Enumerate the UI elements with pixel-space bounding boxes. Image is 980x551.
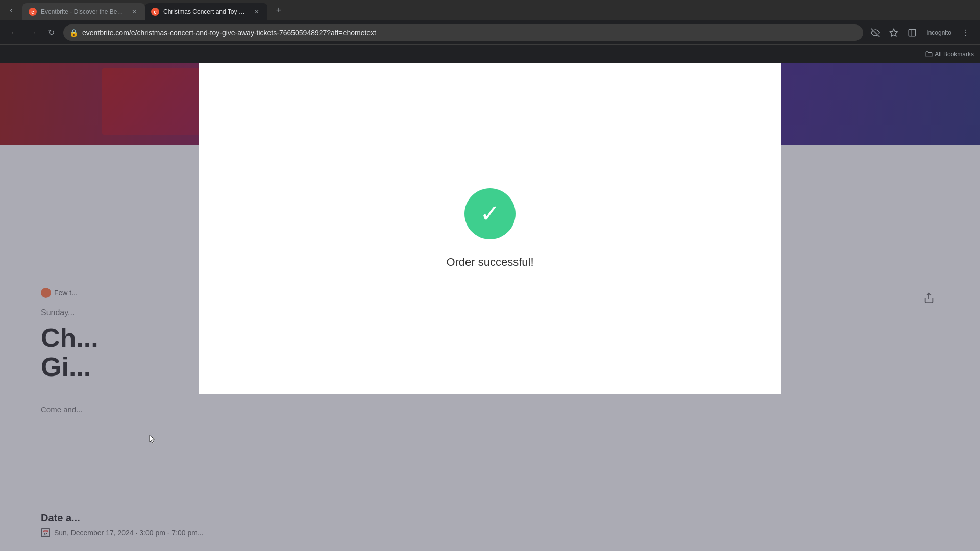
tab-bar: ‹ e Eventbrite - Discover the Best L... … <box>0 0 980 20</box>
forward-button[interactable]: → <box>24 24 41 41</box>
address-bar[interactable]: 🔒 eventbrite.com/e/christmas-concert-and… <box>63 24 863 41</box>
success-text: Order successful! <box>446 256 533 269</box>
tab-label-concert: Christmas Concert and Toy Give... <box>163 8 248 15</box>
tab-group: e Eventbrite - Discover the Best L... ✕ … <box>22 0 267 20</box>
success-circle: ✓ <box>464 188 516 239</box>
star-icon[interactable] <box>886 24 902 41</box>
tab-bar-left: ‹ <box>4 3 18 17</box>
tab-concert[interactable]: e Christmas Concert and Toy Give... ✕ <box>145 3 267 20</box>
tab-close-eventbrite[interactable]: ✕ <box>130 7 139 16</box>
toolbar-right: Incognito <box>867 24 974 41</box>
back-icon: ← <box>10 28 18 37</box>
bookmarks-folder[interactable]: All Bookmarks <box>925 51 974 58</box>
refresh-button[interactable]: ↻ <box>43 24 59 41</box>
tab-eventbrite[interactable]: e Eventbrite - Discover the Best L... ✕ <box>22 3 145 20</box>
refresh-icon: ↻ <box>48 28 55 37</box>
svg-marker-1 <box>890 29 898 36</box>
eventbrite-favicon-2: e <box>151 8 159 16</box>
eye-slash-icon[interactable] <box>867 24 884 41</box>
toolbar: ← → ↻ 🔒 eventbrite.com/e/christmas-conce… <box>0 20 980 45</box>
page-content: Few t... Sunday... Ch... Gi... Come and.… <box>0 63 980 551</box>
browser-frame: ‹ e Eventbrite - Discover the Best L... … <box>0 0 980 551</box>
bookmarks-bar: All Bookmarks <box>0 45 980 63</box>
tab-close-concert[interactable]: ✕ <box>252 7 261 16</box>
eventbrite-favicon-1: e <box>29 8 37 16</box>
bookmarks-label-text: All Bookmarks <box>935 51 974 58</box>
tab-nav-arrow[interactable]: ‹ <box>4 3 18 17</box>
toolbar-nav: ← → ↻ <box>6 24 59 41</box>
tab-label-eventbrite: Eventbrite - Discover the Best L... <box>41 8 126 15</box>
url-text: eventbrite.com/e/christmas-concert-and-t… <box>82 29 857 37</box>
svg-rect-2 <box>909 29 916 36</box>
modal-overlay: ✓ Order successful! <box>0 63 980 551</box>
incognito-label: Incognito <box>922 24 955 41</box>
checkmark-icon: ✓ <box>480 202 500 226</box>
more-options-icon[interactable] <box>958 24 974 41</box>
success-modal: ✓ Order successful! <box>199 63 781 394</box>
forward-icon: → <box>29 28 37 37</box>
svg-point-5 <box>965 32 966 33</box>
profile-icon[interactable] <box>904 24 920 41</box>
back-button[interactable]: ← <box>6 24 22 41</box>
svg-point-6 <box>965 35 966 36</box>
lock-icon: 🔒 <box>69 29 78 37</box>
svg-point-4 <box>965 29 966 30</box>
new-tab-button[interactable]: + <box>272 3 286 17</box>
